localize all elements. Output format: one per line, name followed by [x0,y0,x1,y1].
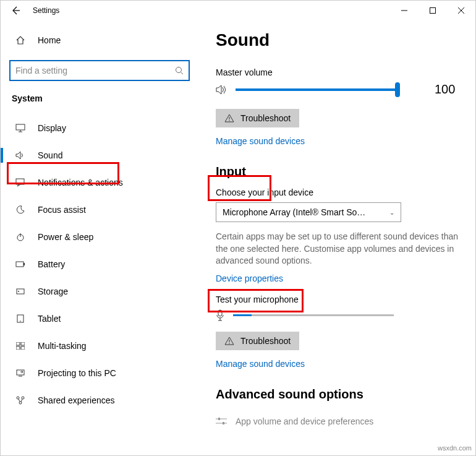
volume-slider[interactable] [236,88,397,91]
minimize-button[interactable] [390,1,419,20]
warning-icon [224,337,234,345]
svg-point-24 [22,397,24,399]
maximize-button[interactable] [419,1,447,20]
choose-input-label: Choose your input device [216,187,458,197]
svg-rect-9 [16,179,24,184]
sidebar-item-multitasking[interactable]: Multi-tasking [1,332,198,359]
sidebar-item-label: Storage [38,286,68,296]
sidebar-item-shared[interactable]: Shared experiences [1,387,198,414]
notifications-icon [14,178,27,187]
svg-point-4 [176,67,182,73]
search-input[interactable] [15,66,175,75]
troubleshoot-output-button[interactable]: Troubleshoot [216,109,299,127]
svg-point-23 [17,397,19,399]
sidebar-item-display[interactable]: Display [1,114,198,142]
sidebar-item-notifications[interactable]: Notifications & actions [1,169,198,196]
projecting-icon [14,369,27,377]
sidebar-item-label: Display [38,123,66,133]
master-volume-label: Master volume [216,67,458,77]
section-system-label: System [1,93,198,103]
main-panel: Sound Master volume 100 Troubleshoot Man… [198,20,475,455]
svg-rect-32 [218,418,220,420]
svg-point-27 [229,120,229,121]
troubleshoot-label: Troubleshoot [240,113,291,123]
home-label: Home [38,35,61,45]
sidebar-item-projecting[interactable]: Projecting to this PC [1,359,198,387]
microphone-icon [216,309,224,322]
volume-value: 100 [435,82,455,97]
window-title: Settings [30,6,59,15]
close-button[interactable] [447,1,475,20]
svg-rect-18 [16,342,20,345]
back-button[interactable] [1,1,30,20]
svg-rect-28 [218,310,222,316]
manage-input-devices-link[interactable]: Manage sound devices [216,359,458,369]
shared-icon [14,396,27,405]
mic-level-bar [233,314,394,316]
sidebar-item-label: Focus assist [38,205,86,215]
input-device-dropdown[interactable]: Microphone Array (Intel® Smart So… ⌄ [216,202,401,222]
advanced-heading: Advanced sound options [216,387,363,402]
input-help-text: Certain apps may be set up to use differ… [216,231,458,267]
sidebar-item-label: Sound [38,150,62,160]
sidebar-item-power[interactable]: Power & sleep [1,223,198,251]
svg-rect-14 [17,289,24,294]
sound-icon [14,151,27,160]
svg-rect-20 [16,346,20,350]
troubleshoot-input-button[interactable]: Troubleshoot [216,332,299,350]
svg-point-25 [19,402,22,404]
sidebar-item-label: Multi-tasking [38,341,87,351]
titlebar: Settings [1,1,475,20]
arrow-left-icon [11,6,20,15]
sidebar-item-focus-assist[interactable]: Focus assist [1,196,198,223]
search-icon [175,66,184,75]
svg-point-15 [18,291,19,292]
svg-rect-21 [21,346,25,350]
multitasking-icon [14,342,27,350]
sidebar-item-sound[interactable]: Sound [1,142,198,169]
home-icon [14,35,27,45]
svg-rect-12 [16,262,23,267]
test-mic-label: Test your microphone [216,295,458,304]
sliders-icon [216,417,227,426]
svg-point-17 [20,320,21,322]
sidebar-item-tablet[interactable]: Tablet [1,305,198,332]
tablet-icon [14,314,27,323]
moon-icon [14,205,27,214]
svg-point-30 [229,343,229,343]
svg-rect-22 [17,370,24,375]
sidebar: Home System Display Sound Notifications … [1,20,198,455]
slider-thumb[interactable] [395,82,400,97]
battery-icon [14,261,27,267]
sidebar-item-storage[interactable]: Storage [1,278,198,305]
svg-rect-13 [23,263,25,265]
svg-rect-19 [21,342,25,345]
warning-icon [224,114,234,123]
home-nav[interactable]: Home [1,28,198,53]
input-heading: Input [216,165,246,179]
display-icon [14,124,27,132]
svg-rect-34 [223,422,224,424]
storage-icon [14,287,27,296]
device-properties-link[interactable]: Device properties [216,273,458,283]
sidebar-item-label: Shared experiences [38,395,115,405]
speaker-icon[interactable] [216,84,228,95]
sidebar-item-label: Projecting to this PC [38,368,116,378]
app-preferences-label: App volume and device preferences [236,416,373,426]
sidebar-item-label: Battery [38,259,65,269]
power-icon [14,233,27,241]
page-title: Sound [216,30,458,50]
sidebar-item-label: Power & sleep [38,232,93,242]
svg-line-5 [181,72,184,75]
chevron-down-icon: ⌄ [389,209,394,216]
svg-rect-1 [430,8,436,14]
svg-rect-6 [16,124,25,130]
search-input-wrap[interactable] [9,60,190,81]
manage-output-devices-link[interactable]: Manage sound devices [216,136,458,146]
sidebar-item-battery[interactable]: Battery [1,251,198,278]
troubleshoot-label: Troubleshoot [240,336,291,346]
input-device-selected: Microphone Array (Intel® Smart So… [223,207,365,217]
sidebar-item-label: Tablet [38,314,61,324]
mic-level-fill [233,314,252,316]
watermark: wsxdn.com [438,444,472,452]
